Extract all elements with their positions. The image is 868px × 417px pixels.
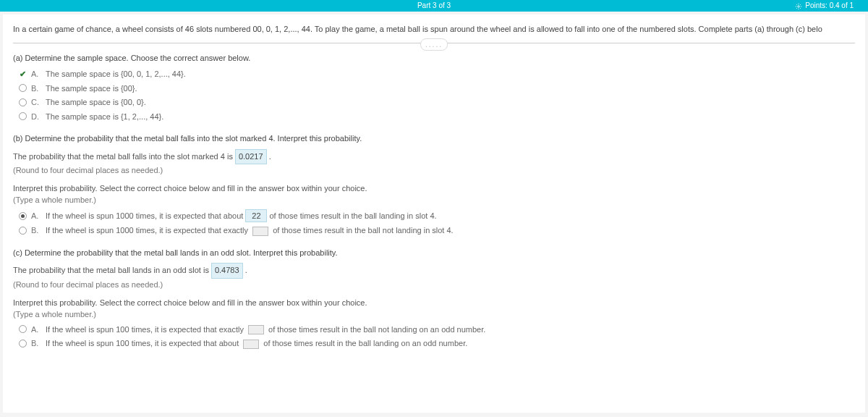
option-letter: B. <box>31 83 41 95</box>
divider-dots-icon: ..... <box>420 38 448 51</box>
prob-post: . <box>269 152 271 161</box>
type-hint: (Type a whole number.) <box>13 194 855 206</box>
question-header: Part 3 of 3 Points: 0.4 of 1 <box>0 0 868 12</box>
option-text: The sample space is {00, 0, 1, 2,..., 44… <box>46 68 186 80</box>
probability-input[interactable]: 0.4783 <box>211 263 243 279</box>
option-letter: A. <box>31 210 41 222</box>
part-c-interpret: Interpret this probability. Select the c… <box>13 297 855 309</box>
part-b-option-b[interactable]: B. If the wheel is spun 1000 times, it i… <box>19 224 855 237</box>
empty-input[interactable] <box>252 227 268 236</box>
option-text: If the wheel is spun 100 times, it is ex… <box>46 337 467 350</box>
part-b-option-a[interactable]: A. If the wheel is spun 1000 times, it i… <box>19 209 855 223</box>
part-a-option-b[interactable]: B. The sample space is {00}. <box>19 83 855 95</box>
round-hint: (Round to four decimal places as needed.… <box>13 279 855 291</box>
part-b-prompt: (b) Determine the probability that the m… <box>13 132 855 145</box>
part-c-option-a[interactable]: A. If the wheel is spun 100 times, it is… <box>19 324 855 336</box>
radio-icon <box>19 325 27 333</box>
part-a-option-d[interactable]: D. The sample space is {1, 2,..., 44}. <box>19 111 855 123</box>
opt-pre: If the wheel is spun 100 times, it is ex… <box>46 325 246 334</box>
empty-input[interactable] <box>243 340 259 349</box>
opt-pre: If the wheel is spun 1000 times, it is e… <box>46 226 250 235</box>
round-hint: (Round to four decimal places as needed.… <box>13 164 855 177</box>
part-c-prompt: (c) Determine the probability that the m… <box>13 247 855 259</box>
interpretation-input[interactable]: 22 <box>245 209 267 223</box>
option-text: The sample space is {00, 0}. <box>46 96 146 109</box>
probability-input[interactable]: 0.0217 <box>235 149 267 165</box>
part-indicator: Part 3 of 3 <box>417 0 451 11</box>
opt-pre: If the wheel is spun 100 times, it is ex… <box>46 339 241 348</box>
part-c-option-b[interactable]: B. If the wheel is spun 100 times, it is… <box>19 337 855 350</box>
radio-icon <box>19 98 27 106</box>
option-text: If the wheel is spun 1000 times, it is e… <box>46 209 437 223</box>
prob-pre: The probability that the metal ball fall… <box>13 152 235 161</box>
points-label: Points: 0.4 of 1 <box>805 0 854 11</box>
question-body: In a certain game of chance, a wheel con… <box>3 14 865 413</box>
opt-post: of those times result in the ball landin… <box>269 211 436 220</box>
opt-post: of those times result in the ball not la… <box>273 226 453 235</box>
part-b-probability-line: The probability that the metal ball fall… <box>13 149 855 165</box>
option-text: The sample space is {1, 2,..., 44}. <box>46 111 163 123</box>
part-a-prompt: (a) Determine the sample space. Choose t… <box>13 52 855 64</box>
part-a-option-c[interactable]: C. The sample space is {00, 0}. <box>19 96 855 109</box>
opt-post: of those times result in the ball not la… <box>268 325 485 334</box>
prob-post: . <box>245 266 247 274</box>
part-b-interpret: Interpret this probability. Select the c… <box>13 182 855 195</box>
part-a: (a) Determine the sample space. Choose t… <box>13 52 855 123</box>
prob-pre: The probability that the metal ball land… <box>13 266 211 274</box>
gear-icon <box>795 2 802 9</box>
opt-pre: If the wheel is spun 1000 times, it is e… <box>46 211 245 220</box>
part-a-option-a[interactable]: ✔ A. The sample space is {00, 0, 1, 2,..… <box>19 68 855 80</box>
option-letter: C. <box>31 96 41 109</box>
option-letter: B. <box>31 224 41 237</box>
option-text: If the wheel is spun 100 times, it is ex… <box>46 324 485 336</box>
radio-icon <box>19 84 27 92</box>
question-intro: In a certain game of chance, a wheel con… <box>13 23 855 35</box>
part-b: (b) Determine the probability that the m… <box>13 132 855 237</box>
svg-point-0 <box>798 5 800 7</box>
type-hint: (Type a whole number.) <box>13 308 855 321</box>
opt-post: of those times result in the ball landin… <box>263 339 467 348</box>
option-letter: B. <box>31 337 41 350</box>
option-text: If the wheel is spun 1000 times, it is e… <box>46 224 454 237</box>
option-letter: A. <box>31 68 41 80</box>
radio-icon <box>19 227 27 235</box>
option-letter: D. <box>31 111 41 123</box>
option-text: The sample space is {00}. <box>46 83 137 95</box>
check-icon: ✔ <box>19 70 27 78</box>
part-c: (c) Determine the probability that the m… <box>13 247 855 350</box>
radio-icon <box>19 112 27 120</box>
empty-input[interactable] <box>248 325 264 334</box>
radio-icon <box>19 212 27 220</box>
radio-icon <box>19 340 27 348</box>
option-letter: A. <box>31 324 41 336</box>
part-c-probability-line: The probability that the metal ball land… <box>13 263 855 279</box>
